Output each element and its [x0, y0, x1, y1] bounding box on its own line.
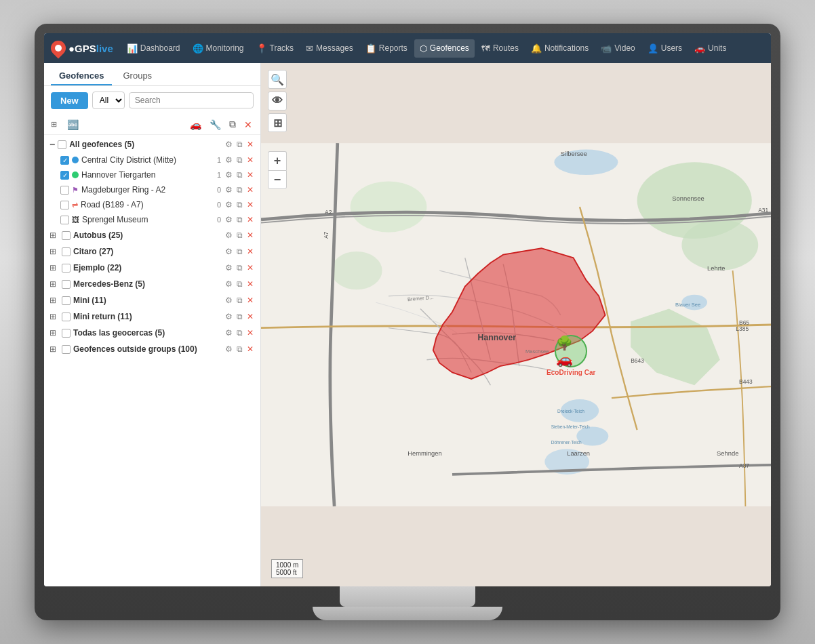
- expand-btn[interactable]: ⊞: [49, 312, 59, 321]
- zoom-in-btn[interactable]: +: [268, 151, 287, 170]
- expand-btn[interactable]: ⊞: [49, 247, 59, 256]
- list-item[interactable]: ⚑ Magdeburger Ring - A2 0 ⚙ ⧉ ✕: [44, 182, 260, 197]
- expand-all-btn[interactable]: ⊞: [51, 120, 60, 129]
- group-item[interactable]: ⊞ Mini return (11) ⚙ ⧉ ✕: [44, 308, 260, 325]
- nav-notifications[interactable]: 🔔 Notifications: [525, 39, 594, 58]
- group-checkbox[interactable]: [62, 231, 71, 240]
- all-geofences-checkbox[interactable]: [58, 140, 66, 149]
- car-icon[interactable]: 🚗: [188, 118, 203, 132]
- group-checkbox[interactable]: [62, 329, 71, 338]
- group-delete[interactable]: ✕: [245, 327, 255, 338]
- collapse-all-geofences[interactable]: −: [49, 139, 55, 150]
- item-3-delete[interactable]: ✕: [245, 199, 255, 210]
- copy-icon[interactable]: ⧉: [228, 117, 237, 132]
- nav-video[interactable]: 📹 Video: [595, 39, 640, 58]
- group-item[interactable]: ⊞ Ejemplo (22) ⚙ ⧉ ✕: [44, 260, 260, 276]
- expand-btn[interactable]: ⊞: [49, 344, 59, 354]
- group-copy[interactable]: ⧉: [235, 230, 244, 241]
- group-settings[interactable]: ⚙: [224, 230, 234, 241]
- filter-select[interactable]: All: [92, 92, 125, 109]
- group-copy[interactable]: ⧉: [235, 262, 244, 273]
- item-1-copy[interactable]: ⧉: [235, 169, 244, 180]
- group-checkbox[interactable]: [62, 313, 71, 321]
- layer-btn[interactable]: 👁: [268, 92, 287, 110]
- group-delete[interactable]: ✕: [245, 344, 255, 355]
- list-item[interactable]: 🖼 Sprengel Museum 0 ⚙ ⧉ ✕: [44, 212, 260, 227]
- all-geo-copy[interactable]: ⧉: [235, 139, 244, 150]
- group-checkbox[interactable]: [62, 345, 71, 354]
- group-settings[interactable]: ⚙: [224, 262, 234, 273]
- item-4-delete[interactable]: ✕: [245, 214, 255, 225]
- group-copy[interactable]: ⧉: [235, 327, 244, 338]
- group-delete[interactable]: ✕: [245, 295, 255, 306]
- nav-reports[interactable]: 📋 Reports: [360, 39, 413, 58]
- item-4-copy[interactable]: ⧉: [235, 214, 244, 225]
- nav-tracks[interactable]: 📍 Tracks: [251, 39, 300, 58]
- group-delete[interactable]: ✕: [245, 230, 255, 241]
- search-input[interactable]: [129, 92, 254, 108]
- list-item[interactable]: ✓ Hannover Tiergarten 1 ⚙ ⧉ ✕: [44, 167, 260, 182]
- list-item[interactable]: ✓ Central City District (Mitte) 1 ⚙ ⧉ ✕: [44, 153, 260, 167]
- delete-icon[interactable]: ✕: [243, 118, 254, 132]
- expand-btn[interactable]: ⊞: [49, 328, 59, 338]
- expand-btn[interactable]: ⊞: [49, 230, 59, 240]
- all-geo-delete[interactable]: ✕: [245, 139, 255, 150]
- group-delete[interactable]: ✕: [245, 311, 255, 322]
- group-checkbox[interactable]: [62, 280, 71, 289]
- item-1-delete[interactable]: ✕: [245, 169, 255, 180]
- group-checkbox[interactable]: [62, 264, 71, 273]
- nav-units[interactable]: 🚗 Units: [689, 39, 732, 58]
- group-settings[interactable]: ⚙: [224, 311, 234, 322]
- group-copy[interactable]: ⧉: [235, 246, 244, 257]
- expand-btn[interactable]: ⊞: [49, 279, 59, 289]
- nav-dashboard[interactable]: 📊 Dashboard: [121, 39, 186, 58]
- item-checkbox-3[interactable]: [60, 201, 69, 209]
- tab-groups[interactable]: Groups: [115, 67, 160, 85]
- group-copy[interactable]: ⧉: [235, 295, 244, 306]
- new-button[interactable]: New: [51, 92, 88, 109]
- group-item[interactable]: ⊞ Autobus (25) ⚙ ⧉ ✕: [44, 227, 260, 243]
- group-settings[interactable]: ⚙: [224, 295, 234, 306]
- group-copy[interactable]: ⧉: [235, 279, 244, 289]
- map-type-btn[interactable]: ⊞: [268, 113, 287, 132]
- nav-routes[interactable]: 🗺 Routes: [476, 39, 524, 58]
- sort-icon[interactable]: 🔤: [66, 118, 80, 132]
- item-checkbox-4[interactable]: [60, 216, 69, 224]
- group-copy[interactable]: ⧉: [235, 311, 244, 322]
- expand-btn[interactable]: ⊞: [49, 296, 59, 305]
- group-item[interactable]: ⊞ Todas las geocercas (5) ⚙ ⧉ ✕: [44, 325, 260, 341]
- item-0-delete[interactable]: ✕: [245, 155, 255, 165]
- tab-geofences[interactable]: Geofences: [51, 67, 112, 85]
- item-4-settings[interactable]: ⚙: [224, 214, 234, 225]
- group-item[interactable]: ⊞ Citaro (27) ⚙ ⧉ ✕: [44, 243, 260, 260]
- nav-messages[interactable]: ✉ Messages: [300, 39, 359, 58]
- zoom-out-btn[interactable]: −: [268, 170, 287, 189]
- list-item[interactable]: ⇌ Road (B189 - A7) 0 ⚙ ⧉ ✕: [44, 197, 260, 212]
- item-checkbox-1[interactable]: ✓: [60, 171, 69, 180]
- group-item[interactable]: ⊞ Mercedes-Benz (5) ⚙ ⧉ ✕: [44, 276, 260, 292]
- group-checkbox[interactable]: [62, 296, 71, 305]
- item-3-copy[interactable]: ⧉: [235, 199, 244, 210]
- group-delete[interactable]: ✕: [245, 262, 255, 273]
- group-checkbox[interactable]: [62, 247, 71, 256]
- group-item[interactable]: ⊞ Mini (11) ⚙ ⧉ ✕: [44, 292, 260, 308]
- group-item[interactable]: ⊞ Geofences outside groups (100) ⚙ ⧉ ✕: [44, 341, 260, 357]
- group-settings[interactable]: ⚙: [224, 279, 234, 289]
- nav-users[interactable]: 👤 Users: [642, 39, 688, 58]
- group-settings[interactable]: ⚙: [224, 327, 234, 338]
- item-checkbox-2[interactable]: [60, 186, 69, 195]
- group-copy[interactable]: ⧉: [235, 344, 244, 355]
- nav-monitoring[interactable]: 🌐 Monitoring: [187, 39, 250, 58]
- group-settings[interactable]: ⚙: [224, 246, 234, 257]
- item-0-settings[interactable]: ⚙: [224, 155, 234, 165]
- nav-geofences[interactable]: ⬡ Geofences: [414, 39, 475, 58]
- search-map-btn[interactable]: 🔍: [268, 70, 287, 89]
- group-delete[interactable]: ✕: [245, 246, 255, 257]
- item-1-settings[interactable]: ⚙: [224, 169, 234, 180]
- item-2-copy[interactable]: ⧉: [235, 184, 244, 195]
- item-0-copy[interactable]: ⧉: [235, 155, 244, 165]
- tools-icon[interactable]: 🔧: [208, 118, 222, 132]
- all-geo-settings[interactable]: ⚙: [224, 139, 234, 150]
- item-2-settings[interactable]: ⚙: [224, 184, 234, 195]
- expand-btn[interactable]: ⊞: [49, 263, 59, 273]
